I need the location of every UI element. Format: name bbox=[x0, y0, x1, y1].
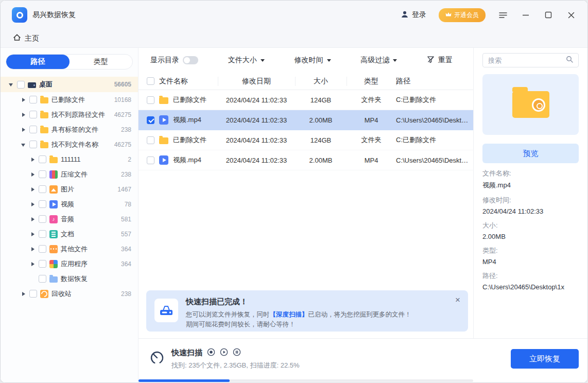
search-input[interactable] bbox=[488, 57, 566, 64]
expand-arrow-icon[interactable] bbox=[30, 157, 36, 162]
banner-close-icon[interactable]: × bbox=[455, 295, 460, 304]
tab-type[interactable]: 类型 bbox=[70, 55, 133, 69]
expand-arrow-icon[interactable] bbox=[21, 97, 26, 102]
menu-icon[interactable] bbox=[498, 10, 508, 20]
file-name: 视频.mp4 bbox=[173, 155, 201, 165]
expand-arrow-icon[interactable] bbox=[30, 187, 36, 192]
close-button[interactable] bbox=[566, 10, 576, 20]
scan-play-button[interactable] bbox=[220, 348, 228, 358]
field-label-path: 路径: bbox=[482, 271, 579, 281]
tab-path[interactable]: 路径 bbox=[6, 55, 70, 69]
checkbox[interactable] bbox=[29, 111, 37, 118]
tree-item-data-recovery[interactable]: 数据恢复 bbox=[1, 271, 138, 286]
checkbox[interactable] bbox=[39, 260, 46, 268]
home-label[interactable]: 主页 bbox=[25, 34, 39, 43]
row-checkbox[interactable] bbox=[147, 96, 154, 104]
tree-item-111111[interactable]: 111111 2 bbox=[1, 152, 138, 167]
show-directory-toggle[interactable] bbox=[183, 56, 198, 64]
checkbox[interactable] bbox=[29, 141, 37, 148]
header-date[interactable]: 修改日期 bbox=[218, 77, 295, 86]
tree-item-archives[interactable]: 压缩文件 238 bbox=[1, 167, 138, 182]
table-row[interactable]: 视频.mp4 2024/04/24 11:02:33 2.00MB MP4 C:… bbox=[139, 150, 473, 170]
app-title: 易兴数据恢复 bbox=[32, 10, 76, 20]
expand-arrow-icon[interactable] bbox=[30, 262, 36, 267]
image-icon bbox=[49, 185, 58, 194]
checkbox[interactable] bbox=[39, 185, 46, 193]
maximize-button[interactable] bbox=[543, 10, 554, 20]
tree-item-label: 音频 bbox=[61, 215, 74, 224]
reset-filters-button[interactable]: 重置 bbox=[427, 56, 453, 65]
header-path[interactable]: 路径 bbox=[396, 77, 473, 86]
table-row-selected[interactable]: 视频.mp4 2024/04/24 11:02:33 2.00MB MP4 C:… bbox=[139, 110, 473, 130]
search-icon[interactable] bbox=[566, 56, 573, 65]
scrollbar-thumb[interactable] bbox=[139, 379, 230, 382]
expand-arrow-icon[interactable] bbox=[21, 127, 26, 132]
document-icon bbox=[49, 230, 58, 238]
table-row[interactable]: 已删除文件 2024/04/24 11:02:33 124GB 文件夹 C:已删… bbox=[139, 130, 473, 150]
select-all-checkbox[interactable] bbox=[147, 77, 154, 85]
collapse-arrow-icon[interactable] bbox=[21, 142, 26, 147]
tree-item-count: 78 bbox=[125, 201, 131, 208]
row-checkbox[interactable] bbox=[147, 136, 154, 144]
tree-item-recycle-bin[interactable]: 回收站 238 bbox=[1, 286, 138, 301]
recover-now-button[interactable]: 立即恢复 bbox=[511, 349, 579, 369]
header-type[interactable]: 类型 bbox=[347, 77, 396, 86]
checkbox[interactable] bbox=[39, 245, 46, 253]
expand-arrow-icon[interactable] bbox=[30, 232, 36, 237]
banner-deep-scan-link[interactable]: 【深度扫描】 bbox=[270, 311, 308, 318]
file-name: 已删除文件 bbox=[173, 95, 206, 105]
desktop-drive-icon bbox=[28, 82, 36, 88]
file-name: 已删除文件 bbox=[173, 135, 206, 145]
expand-arrow-icon[interactable] bbox=[30, 247, 36, 252]
checkbox[interactable] bbox=[17, 81, 25, 89]
tree-item-other-files[interactable]: 其他文件 364 bbox=[1, 241, 138, 256]
tree-item-images[interactable]: 图片 1467 bbox=[1, 182, 138, 197]
tree-item-audio[interactable]: ♪ 音频 581 bbox=[1, 212, 138, 227]
expand-arrow-icon[interactable] bbox=[30, 172, 36, 177]
preview-button[interactable]: 预览 bbox=[482, 144, 579, 163]
advanced-filter-dropdown[interactable]: 高级过滤 bbox=[360, 56, 397, 65]
tree-item-label: 找不到原路径文件 bbox=[51, 110, 105, 119]
header-size[interactable]: 大小 bbox=[295, 77, 347, 86]
app-logo-icon bbox=[12, 7, 27, 23]
checkbox[interactable] bbox=[39, 200, 46, 208]
tree-item-documents[interactable]: 文档 557 bbox=[1, 227, 138, 241]
row-checkbox[interactable] bbox=[147, 116, 154, 124]
expand-arrow-icon[interactable] bbox=[21, 112, 26, 117]
checkbox[interactable] bbox=[29, 290, 37, 298]
tree-item-applications[interactable]: 应用程序 364 bbox=[1, 256, 138, 271]
video-icon bbox=[159, 115, 168, 125]
file-date: 2024/04/24 11:02:33 bbox=[218, 136, 295, 144]
reset-label: 重置 bbox=[438, 56, 453, 65]
checkbox[interactable] bbox=[29, 126, 37, 133]
minimize-button[interactable] bbox=[521, 10, 531, 20]
checkbox[interactable] bbox=[39, 275, 46, 283]
row-checkbox[interactable] bbox=[147, 156, 154, 164]
checkbox[interactable] bbox=[39, 230, 46, 238]
file-size-dropdown[interactable]: 文件大小 bbox=[228, 56, 265, 65]
expand-arrow-icon[interactable] bbox=[30, 217, 36, 222]
checkbox[interactable] bbox=[39, 215, 46, 223]
home-icon[interactable] bbox=[13, 33, 21, 43]
tree-item-desktop[interactable]: 桌面 56605 bbox=[1, 77, 138, 92]
table-row[interactable]: 已删除文件 2024/04/24 11:02:33 124GB 文件夹 C:已删… bbox=[139, 90, 473, 110]
tree-item-count: 56605 bbox=[114, 81, 131, 88]
checkbox[interactable] bbox=[39, 155, 46, 163]
scan-stop-button[interactable] bbox=[207, 348, 215, 358]
tree-item-lost-path-files[interactable]: 找不到原路径文件 46275 bbox=[1, 107, 138, 122]
collapse-arrow-icon[interactable] bbox=[9, 82, 14, 87]
membership-button[interactable]: 开通会员 bbox=[439, 8, 486, 22]
tree-item-tagged-files[interactable]: 具有标签的文件 238 bbox=[1, 122, 138, 137]
tree-item-videos[interactable]: 视频 78 bbox=[1, 197, 138, 212]
tree-item-lost-filenames[interactable]: 找不到文件名称 46275 bbox=[1, 137, 138, 152]
expand-arrow-icon[interactable] bbox=[30, 202, 36, 207]
checkbox[interactable] bbox=[29, 96, 37, 103]
folder-icon bbox=[40, 142, 48, 148]
tree-item-deleted-files[interactable]: 已删除文件 10168 bbox=[1, 92, 138, 107]
checkbox[interactable] bbox=[39, 170, 46, 178]
login-button[interactable]: 登录 bbox=[401, 10, 426, 20]
expand-arrow-icon[interactable] bbox=[21, 291, 26, 297]
tree-item-count: 581 bbox=[121, 216, 131, 223]
scan-pause-button[interactable] bbox=[233, 348, 241, 358]
modified-time-dropdown[interactable]: 修改时间 bbox=[295, 56, 331, 65]
